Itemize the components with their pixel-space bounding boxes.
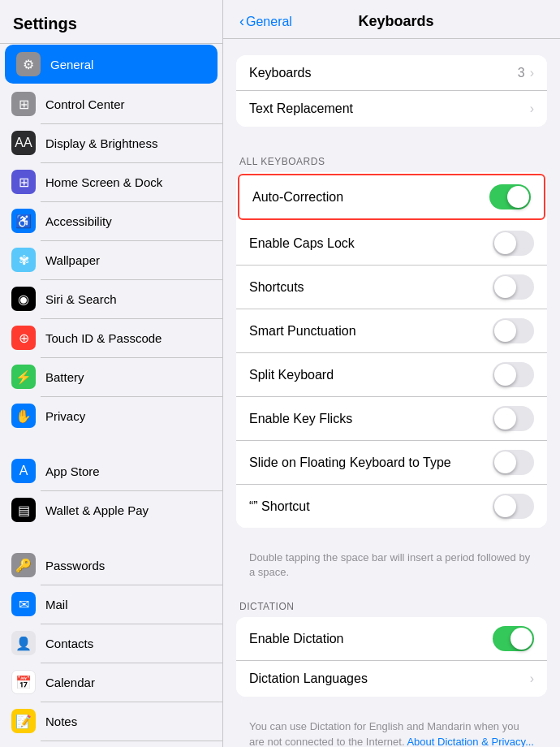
chevron-icon-keyboards: ›	[530, 66, 534, 80]
settings-row-quote-shortcut[interactable]: “” Shortcut	[236, 485, 547, 528]
sidebar-item-accessibility[interactable]: ♿Accessibility	[0, 201, 222, 240]
sidebar-group-1: ⚙General⊞Control CenterAADisplay & Brigh…	[0, 45, 222, 435]
settings-row-auto-correction[interactable]: Auto-Correction	[238, 174, 545, 220]
detail-panel: ‹ General Keyboards Keyboards3›Text Repl…	[223, 0, 560, 747]
sidebar-item-control-center[interactable]: ⊞Control Center	[0, 84, 222, 123]
sidebar-item-mail[interactable]: ✉Mail	[0, 585, 222, 624]
sidebar-item-battery[interactable]: ⚡Battery	[0, 357, 222, 396]
settings-row-floating-keyboard[interactable]: Slide on Floating Keyboard to Type	[236, 441, 547, 485]
settings-row-caps-lock[interactable]: Enable Caps Lock	[236, 222, 547, 266]
toggle-knob-floating-keyboard	[494, 451, 516, 473]
toggle-quote-shortcut[interactable]	[493, 494, 534, 519]
row-value-keyboards: 3	[518, 66, 525, 80]
notes-icon: 📝	[11, 709, 36, 733]
row-label-enable-dictation: Enable Dictation	[249, 632, 493, 646]
sidebar-item-passwords[interactable]: 🔑Passwords	[0, 546, 222, 585]
toggle-auto-correction[interactable]	[489, 184, 531, 209]
row-label-quote-shortcut: “” Shortcut	[249, 499, 493, 514]
dictation-header: DICTATION	[236, 588, 547, 617]
sidebar-item-homescreen[interactable]: ⊞Home Screen & Dock	[0, 162, 222, 201]
homescreen-icon: ⊞	[11, 170, 36, 194]
toggle-knob-smart-punctuation	[494, 320, 516, 342]
row-label-split-keyboard: Split Keyboard	[249, 368, 493, 382]
sidebar-item-appstore[interactable]: AApp Store	[0, 451, 222, 490]
sidebar-item-label-privacy: Privacy	[45, 409, 85, 423]
toggle-floating-keyboard[interactable]	[493, 450, 534, 475]
sidebar-item-label-general: General	[50, 58, 93, 71]
calendar-icon: 📅	[11, 670, 36, 694]
appstore-icon: A	[11, 459, 36, 483]
back-button[interactable]: ‹ General	[239, 13, 292, 30]
privacy-icon: ✋	[11, 404, 36, 428]
sidebar-item-label-accessibility: Accessibility	[45, 214, 112, 228]
sidebar-item-contacts[interactable]: 👤Contacts	[0, 624, 222, 663]
sidebar-list: ⚙General⊞Control CenterAADisplay & Brigh…	[0, 44, 222, 747]
sidebar-group-2: AApp Store▤Wallet & Apple Pay	[0, 451, 222, 529]
toggle-knob-shortcuts	[494, 276, 516, 298]
sidebar-item-reminders[interactable]: ☑Reminders	[0, 741, 222, 747]
toggle-knob-enable-dictation	[510, 628, 532, 650]
dictation-privacy-link[interactable]: About Dictation & Privacy...	[407, 736, 534, 747]
sidebar-item-label-calendar: Calendar	[45, 676, 95, 689]
sidebar-item-notes[interactable]: 📝Notes	[0, 702, 222, 741]
toggle-knob-auto-correction	[507, 186, 529, 208]
sidebar-item-label-siri: Siri & Search	[45, 292, 117, 306]
sidebar-item-label-display: Display & Brightness	[45, 136, 157, 150]
sidebar-item-wallet[interactable]: ▤Wallet & Apple Pay	[0, 490, 222, 529]
detail-content: Keyboards3›Text Replacement› ALL KEYBOAR…	[223, 39, 560, 747]
row-label-key-flicks: Enable Key Flicks	[249, 412, 493, 426]
toggle-smart-punctuation[interactable]	[493, 318, 534, 343]
settings-row-keyboards[interactable]: Keyboards3›	[236, 55, 547, 91]
sidebar-item-label-battery: Battery	[45, 370, 84, 384]
settings-row-shortcuts[interactable]: Shortcuts	[236, 266, 547, 309]
sidebar-item-label-notes: Notes	[45, 715, 77, 728]
toggle-split-keyboard[interactable]	[493, 362, 534, 387]
toggle-enable-dictation[interactable]	[493, 626, 534, 651]
settings-row-split-keyboard[interactable]: Split Keyboard	[236, 353, 547, 397]
general-icon: ⚙	[16, 52, 41, 76]
sidebar-item-label-touchid: Touch ID & Passcode	[45, 331, 162, 345]
settings-row-text-replacement[interactable]: Text Replacement›	[236, 91, 547, 127]
toggle-knob-caps-lock	[494, 232, 516, 254]
settings-row-key-flicks[interactable]: Enable Key Flicks	[236, 397, 547, 441]
toggle-key-flicks[interactable]	[493, 406, 534, 431]
back-chevron-icon: ‹	[239, 13, 244, 30]
all-keyboards-group: Auto-CorrectionEnable Caps LockShortcuts…	[236, 172, 547, 528]
sidebar-item-display[interactable]: AADisplay & Brightness	[0, 123, 222, 162]
sidebar-divider-2	[0, 529, 222, 546]
toggle-caps-lock[interactable]	[493, 231, 534, 256]
sidebar-item-general[interactable]: ⚙General	[5, 45, 218, 84]
contacts-icon: 👤	[11, 631, 36, 655]
sidebar-item-label-control-center: Control Center	[45, 97, 125, 111]
row-label-caps-lock: Enable Caps Lock	[249, 236, 493, 251]
settings-row-dictation-languages[interactable]: Dictation Languages›	[236, 661, 547, 697]
battery-icon: ⚡	[11, 365, 36, 389]
row-label-smart-punctuation: Smart Punctuation	[249, 324, 493, 339]
sidebar-item-label-contacts: Contacts	[45, 637, 93, 650]
sidebar-item-label-mail: Mail	[45, 598, 68, 611]
sidebar-group-3: 🔑Passwords✉Mail👤Contacts📅Calendar📝Notes☑…	[0, 546, 222, 747]
row-label-floating-keyboard: Slide on Floating Keyboard to Type	[249, 456, 493, 470]
settings-row-enable-dictation[interactable]: Enable Dictation	[236, 617, 547, 661]
sidebar-divider-1	[0, 435, 222, 451]
sidebar-item-label-wallet: Wallet & Apple Pay	[45, 503, 149, 517]
all-keyboards-header: ALL KEYBOARDS	[236, 143, 547, 172]
detail-header: ‹ General Keyboards	[223, 0, 560, 39]
settings-row-smart-punctuation[interactable]: Smart Punctuation	[236, 309, 547, 353]
toggle-shortcuts[interactable]	[493, 274, 534, 300]
sidebar-item-privacy[interactable]: ✋Privacy	[0, 396, 222, 435]
sidebar-item-calendar[interactable]: 📅Calendar	[0, 663, 222, 702]
sidebar-item-siri[interactable]: ◉Siri & Search	[0, 279, 222, 318]
chevron-icon-text-replacement: ›	[530, 101, 534, 116]
siri-icon: ◉	[11, 287, 36, 311]
toggle-knob-split-keyboard	[494, 364, 516, 386]
accessibility-icon: ♿	[11, 209, 36, 233]
row-label-dictation-languages: Dictation Languages	[249, 671, 530, 686]
sidebar-item-touchid[interactable]: ⊕Touch ID & Passcode	[0, 318, 222, 357]
dictation-note: You can use Dictation for English and Ma…	[236, 713, 547, 747]
row-label-auto-correction: Auto-Correction	[252, 190, 489, 205]
touchid-icon: ⊕	[11, 326, 36, 350]
dictation-group: Enable DictationDictation Languages›	[236, 617, 547, 697]
page-title: Keyboards	[297, 13, 495, 30]
sidebar-item-wallpaper[interactable]: ✾Wallpaper	[0, 240, 222, 279]
